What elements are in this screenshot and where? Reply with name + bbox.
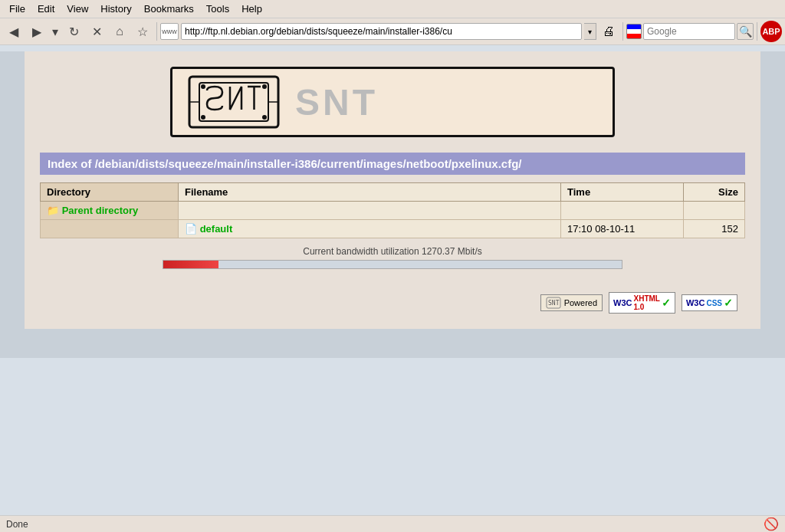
index-heading: Index of /debian/dists/squeeze/main/inst… xyxy=(40,153,745,175)
svg-text:SNT: SNT xyxy=(548,300,560,307)
toolbar: ◀ ▶ ▾ ↻ ✕ ⌂ ☆ www ▾ 🖨 🔍 ABP xyxy=(0,18,785,45)
bandwidth-bar-fill xyxy=(163,261,218,268)
menu-history[interactable]: History xyxy=(94,2,137,16)
menu-view[interactable]: View xyxy=(61,2,94,16)
folder-up-icon: 📁 xyxy=(47,205,59,216)
bandwidth-bar-container xyxy=(163,260,622,269)
snt-logo xyxy=(188,75,280,129)
parent-filename-cell xyxy=(179,202,561,220)
bandwidth-text: Current bandwidth utilization 1270.37 Mb… xyxy=(40,246,745,257)
w3c-css-badge[interactable]: W3C CSS ✓ xyxy=(682,294,737,311)
search-go-button[interactable]: 🔍 xyxy=(737,23,754,40)
parent-directory-link[interactable]: Parent directory xyxy=(62,205,139,216)
urlbar-area: www ▾ xyxy=(160,23,596,40)
snt-powered-badge[interactable]: SNT Powered xyxy=(540,294,603,311)
parent-size-cell xyxy=(684,202,745,220)
xhtml-checkmark: ✓ xyxy=(662,297,671,309)
menu-file[interactable]: File xyxy=(3,2,31,16)
table-row: 📁 Parent directory xyxy=(41,202,745,220)
menubar: File Edit View History Bookmarks Tools H… xyxy=(0,0,785,18)
col-header-directory: Directory xyxy=(41,183,179,202)
menu-bookmarks[interactable]: Bookmarks xyxy=(138,2,200,16)
url-input[interactable] xyxy=(181,23,582,40)
parent-dir-cell: 📁 Parent directory xyxy=(41,202,179,220)
snt-powered-icon: SNT xyxy=(546,297,561,309)
menu-edit[interactable]: Edit xyxy=(31,2,61,16)
site-icon: www xyxy=(160,23,179,40)
bandwidth-section: Current bandwidth utilization 1270.37 Mb… xyxy=(40,246,745,269)
print-button[interactable]: 🖨 xyxy=(598,21,619,42)
table-row: 📄 default 17:10 08-10-11 152 xyxy=(41,220,745,238)
adblock-plus-button[interactable]: ABP xyxy=(760,21,782,42)
col-header-size: Size xyxy=(684,183,745,202)
history-dropdown-button[interactable]: ▾ xyxy=(49,21,61,42)
stop-button[interactable]: ✕ xyxy=(86,21,107,42)
menu-help[interactable]: Help xyxy=(235,2,268,16)
snt-box: SNT xyxy=(170,67,615,137)
snt-header: SNT xyxy=(40,67,745,137)
file-filename-cell: 📄 default xyxy=(179,220,561,238)
home-button[interactable]: ⌂ xyxy=(109,21,130,42)
file-size-cell: 152 xyxy=(684,220,745,238)
forward-button[interactable]: ▶ xyxy=(26,21,48,42)
menu-tools[interactable]: Tools xyxy=(200,2,235,16)
directory-table: Directory Filename Time Size 📁 Parent di… xyxy=(40,182,745,238)
snt-powered-label: Powered xyxy=(564,298,597,307)
parent-time-cell xyxy=(561,202,684,220)
w3c-xhtml-badge[interactable]: W3C XHTML1.0 ✓ xyxy=(609,292,675,314)
url-dropdown-button[interactable]: ▾ xyxy=(584,23,596,40)
svg-point-2 xyxy=(201,84,205,89)
file-dir-cell xyxy=(41,220,179,238)
search-area: 🔍 xyxy=(626,23,754,40)
svg-point-5 xyxy=(262,115,267,120)
col-header-time: Time xyxy=(561,183,684,202)
footer-badges: SNT Powered W3C XHTML1.0 ✓ W3C CSS ✓ xyxy=(40,292,745,314)
page-content: SNT Index of /debian/dists/squeeze/main/… xyxy=(25,51,760,329)
bookmark-star-button[interactable]: ☆ xyxy=(132,21,153,42)
reload-button[interactable]: ↻ xyxy=(63,21,84,42)
toolbar-separator-2 xyxy=(622,22,623,41)
col-header-filename: Filename xyxy=(179,183,561,202)
svg-point-3 xyxy=(201,115,205,120)
search-input[interactable] xyxy=(643,23,735,40)
css-checkmark: ✓ xyxy=(724,297,733,309)
snt-title: SNT xyxy=(295,81,378,123)
file-icon: 📄 xyxy=(185,223,197,235)
search-flag-icon xyxy=(626,24,642,39)
toolbar-separator-1 xyxy=(156,22,157,41)
file-time-cell: 17:10 08-10-11 xyxy=(561,220,684,238)
svg-point-4 xyxy=(262,84,267,89)
back-button[interactable]: ◀ xyxy=(3,21,25,42)
toolbar-separator-3 xyxy=(757,22,757,41)
default-file-link[interactable]: default xyxy=(200,223,233,235)
